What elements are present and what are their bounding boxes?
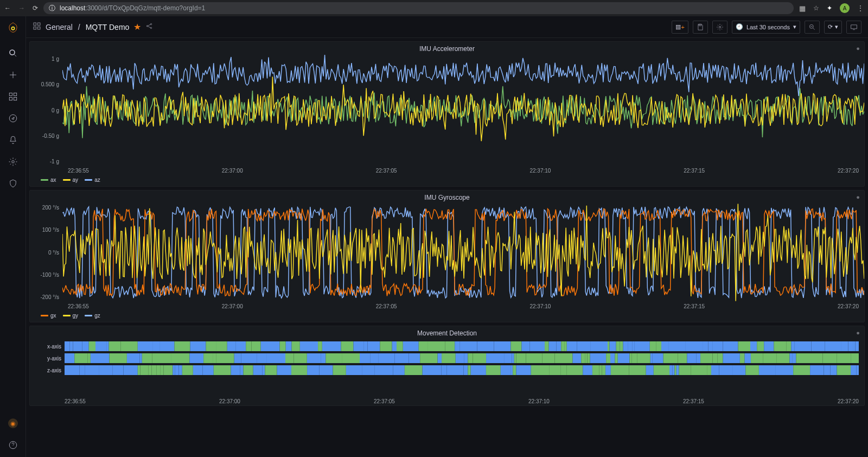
row-label: x-axis [35,344,61,350]
svg-rect-221 [463,365,468,375]
svg-rect-182 [65,365,79,375]
svg-rect-71 [577,341,591,351]
legend-item[interactable]: gz [85,313,100,319]
panel-menu-icon[interactable]: ● [856,329,860,336]
svg-rect-75 [616,341,620,351]
panel-movement[interactable]: Movement Detection ● x-axis y-axis z-axi… [29,326,865,406]
legend-item[interactable]: az [85,177,100,183]
chart-plot-area [62,202,864,302]
forward-icon[interactable]: → [18,4,25,12]
alerting-icon[interactable] [8,135,18,145]
svg-rect-153 [606,353,610,363]
svg-rect-154 [610,353,615,363]
panel-icon: ▥ [675,23,681,30]
legend-label: az [94,177,100,183]
panel-title: IMU Accelerometer [30,42,864,54]
zoom-out-button[interactable] [805,21,820,34]
breadcrumb-root[interactable]: General [46,23,73,31]
extensions-icon[interactable]: ✦ [827,4,832,12]
profile-avatar[interactable]: A [840,3,850,13]
legend-label: gx [50,313,56,319]
panel-menu-icon[interactable]: ● [856,194,860,200]
bookmark-star-icon[interactable]: ☆ [813,4,819,12]
server-admin-icon[interactable] [8,178,18,189]
legend-item[interactable]: gx [41,313,56,319]
cycle-view-button[interactable] [846,21,861,34]
legend: gx gy gz [30,310,864,322]
refresh-button[interactable]: ⟳▾ [824,21,842,34]
svg-rect-172 [751,353,763,363]
legend-item[interactable]: ax [41,177,56,183]
svg-rect-70 [567,341,577,351]
svg-rect-249 [711,365,719,375]
dashboard-title[interactable]: MQTT Demo [86,23,130,31]
site-info-icon[interactable]: ⓘ [49,4,55,13]
add-panel-button[interactable]: ▥+ [672,21,688,34]
svg-rect-26 [107,341,109,351]
url-path: :3000/d/TOxQpDqGz/mqtt-demo?orgId=1 [85,4,205,12]
svg-rect-20 [65,341,69,351]
svg-rect-97 [795,341,812,351]
svg-rect-195 [173,365,175,375]
xtick: 22:37:15 [684,168,705,174]
chart-plot-area [62,54,864,167]
grafana-logo-icon[interactable] [5,22,21,37]
address-bar[interactable]: ⓘ localhost:3000/d/TOxQpDqGz/mqtt-demo?o… [43,2,794,14]
svg-rect-254 [776,365,793,375]
svg-rect-218 [423,365,442,375]
legend-item[interactable]: ay [63,177,79,183]
svg-rect-94 [774,341,786,351]
explore-icon[interactable] [8,113,18,124]
chevron-down-icon: ▾ [835,23,838,30]
svg-rect-103 [856,341,859,351]
legend-item[interactable]: gy [63,313,79,319]
svg-rect-131 [395,353,409,363]
dashboard-settings-button[interactable] [712,21,727,34]
plus-icon[interactable] [8,69,18,80]
favorite-star-icon[interactable]: ★ [133,22,141,32]
legend: ax ay az [30,175,864,186]
svg-rect-237 [605,365,611,375]
svg-rect-252 [745,365,759,375]
svg-rect-11 [34,27,36,29]
browser-menu-icon[interactable]: ⋮ [857,4,864,12]
help-icon[interactable] [8,440,18,450]
svg-rect-37 [236,341,246,351]
svg-point-6 [9,115,17,122]
save-dashboard-button[interactable] [693,21,708,34]
configuration-icon[interactable] [8,156,18,167]
svg-rect-76 [620,341,623,351]
svg-rect-86 [703,341,708,351]
svg-rect-234 [592,365,599,375]
svg-rect-42 [286,341,292,351]
svg-point-1 [10,50,15,55]
svg-rect-145 [526,353,542,363]
svg-rect-34 [206,341,216,351]
svg-rect-241 [654,365,669,375]
svg-rect-161 [652,353,663,363]
svg-rect-162 [663,353,678,363]
qr-icon[interactable]: ▦ [799,4,806,12]
xtick: 22:37:15 [683,398,704,404]
search-icon[interactable] [8,48,18,59]
plus-accent-icon: + [681,24,684,30]
time-range-picker[interactable]: 🕘 Last 30 seconds ▾ [732,21,800,34]
user-avatar-icon[interactable]: ◉ [8,418,18,429]
panel-menu-icon[interactable]: ● [856,45,860,52]
share-icon[interactable] [145,22,153,32]
svg-rect-198 [182,365,193,375]
svg-rect-65 [545,341,549,351]
svg-rect-196 [175,365,179,375]
dashboards-icon[interactable] [8,91,18,102]
legend-swatch [63,179,71,181]
svg-rect-238 [611,365,629,375]
reload-icon[interactable]: ⟳ [33,4,38,12]
xtick: 22:37:10 [529,303,551,309]
panel-accelerometer[interactable]: IMU Accelerometer ● 1 g 0.500 g 0 g -0.5… [29,41,865,187]
svg-rect-77 [623,341,628,351]
back-icon[interactable]: ← [4,4,11,12]
dashboard-topbar: General / MQTT Demo ★ ▥+ 🕘 Last 30 secon… [26,16,868,38]
panel-gyroscope[interactable]: IMU Gyroscope ● 200 °/s 100 °/s 0 °/s -1… [29,190,865,322]
y-axis: 200 °/s 100 °/s 0 °/s -100 °/s -200 °/s [30,202,62,302]
dashboards-grid-icon[interactable] [33,22,41,33]
